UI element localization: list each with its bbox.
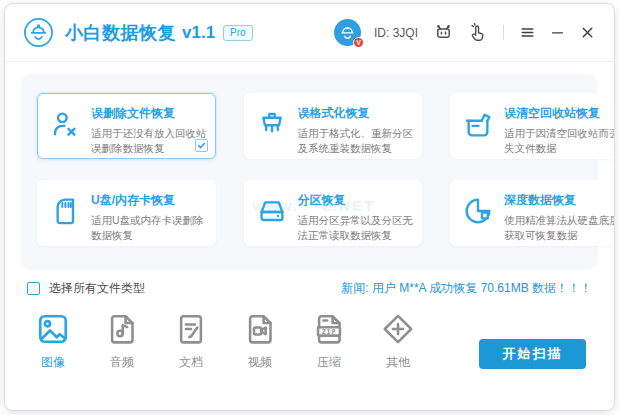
card-title: 误删除文件恢复 (91, 105, 207, 122)
card-title: 深度数据恢复 (504, 192, 615, 209)
titlebar-divider (503, 25, 504, 40)
recovery-modes-panel: 误删除文件恢复 适用于还没有放入回收站 误删除数据恢复 误格式化恢复 适用于格式… (21, 74, 598, 270)
card-desc: 适用于还没有放入回收站 (91, 126, 207, 141)
file-type-audio[interactable]: 音频 (102, 311, 142, 371)
card-desc: 使用精准算法从硬盘底层 (504, 213, 615, 228)
file-type-label: 其他 (386, 354, 410, 371)
file-type-label: 文档 (179, 354, 203, 371)
hand-click-icon[interactable] (467, 22, 488, 43)
user-x-icon (49, 106, 81, 142)
zip-file-icon: ZIP (311, 311, 347, 347)
svg-text:ZIP: ZIP (322, 328, 337, 336)
app-version: v1.1 (182, 23, 215, 43)
select-all-checkbox[interactable] (27, 282, 40, 295)
app-logo-icon (23, 17, 54, 48)
file-type-document[interactable]: 文档 (171, 311, 211, 371)
card-desc: 数据恢复 (91, 228, 204, 243)
pro-badge: Pro (223, 25, 253, 41)
card-partition-recovery[interactable]: 分区恢复 适用分区异常以及分区无 法正常读取数据恢复 www.***e.NET (244, 180, 423, 246)
customer-service-robot-icon[interactable] (433, 22, 454, 43)
card-deep-recovery[interactable]: 深度数据恢复 使用精准算法从硬盘底层 获取可恢复数据 (450, 180, 615, 246)
file-type-archive[interactable]: ZIP 压缩 (309, 311, 349, 371)
user-avatar[interactable]: V (334, 19, 361, 46)
deep-scan-icon (462, 193, 494, 229)
card-title: 分区恢复 (298, 192, 414, 209)
card-title: 误清空回收站恢复 (504, 105, 615, 122)
file-type-image[interactable]: 图像 (33, 311, 73, 371)
video-file-icon (242, 311, 278, 347)
card-format-recovery[interactable]: 误格式化恢复 适用于格式化、重新分区 及系统重装数据恢复 (244, 93, 423, 159)
card-desc: 适用于格式化、重新分区 (298, 126, 414, 141)
card-desc: 法正常读取数据恢复 (298, 228, 414, 243)
minimize-button[interactable] (549, 24, 566, 41)
filter-bar: 选择所有文件类型 新闻: 用户 M**A 成功恢复 70.61MB 数据！！！ (27, 280, 592, 297)
sd-card-icon (49, 193, 81, 229)
close-button[interactable] (579, 24, 596, 41)
card-desc: 及系统重装数据恢复 (298, 141, 414, 156)
user-id-label: ID: 3JQI (374, 26, 418, 40)
file-type-video[interactable]: 视频 (240, 311, 280, 371)
document-file-icon (173, 311, 209, 347)
image-file-icon (35, 311, 71, 347)
titlebar: 小白数据恢复 v1.1 Pro V ID: 3JQI (5, 4, 614, 62)
vip-badge: V (353, 37, 364, 48)
card-usb-sdcard-recovery[interactable]: U盘/内存卡恢复 适用U盘或内存卡误删除 数据恢复 (37, 180, 216, 246)
start-scan-button[interactable]: 开始扫描 (479, 339, 586, 369)
card-recycle-bin-recovery[interactable]: 误清空回收站恢复 适用于因清空回收站而丢 失文件数据 (450, 93, 615, 159)
news-ticker: 新闻: 用户 M**A 成功恢复 70.61MB 数据！！！ (341, 280, 592, 297)
file-type-other[interactable]: 其他 (378, 311, 418, 371)
card-desc: 误删除数据恢复 (91, 141, 207, 156)
other-plus-icon (380, 311, 416, 347)
select-all-label: 选择所有文件类型 (49, 280, 145, 297)
card-desc: 获取可恢复数据 (504, 228, 615, 243)
card-title: 误格式化恢复 (298, 105, 414, 122)
card-title: U盘/内存卡恢复 (91, 192, 204, 209)
card-desc: 失文件数据 (504, 141, 615, 156)
file-type-label: 视频 (248, 354, 272, 371)
card-desc: 适用分区异常以及分区无 (298, 213, 414, 228)
hard-drive-icon (256, 193, 288, 229)
recycle-bin-icon (462, 106, 494, 142)
file-type-label: 音频 (110, 354, 134, 371)
file-type-label: 图像 (41, 354, 65, 371)
menu-button[interactable] (519, 24, 536, 41)
format-brush-icon (256, 106, 288, 142)
app-window: 小白数据恢复 v1.1 Pro V ID: 3JQI (4, 3, 615, 411)
checked-checkbox-icon[interactable] (195, 139, 208, 152)
card-desc: 适用U盘或内存卡误删除 (91, 213, 204, 228)
card-desc: 适用于因清空回收站而丢 (504, 126, 615, 141)
file-type-label: 压缩 (317, 354, 341, 371)
audio-file-icon (104, 311, 140, 347)
card-deleted-file-recovery[interactable]: 误删除文件恢复 适用于还没有放入回收站 误删除数据恢复 (37, 93, 216, 159)
app-title: 小白数据恢复 (65, 21, 176, 45)
